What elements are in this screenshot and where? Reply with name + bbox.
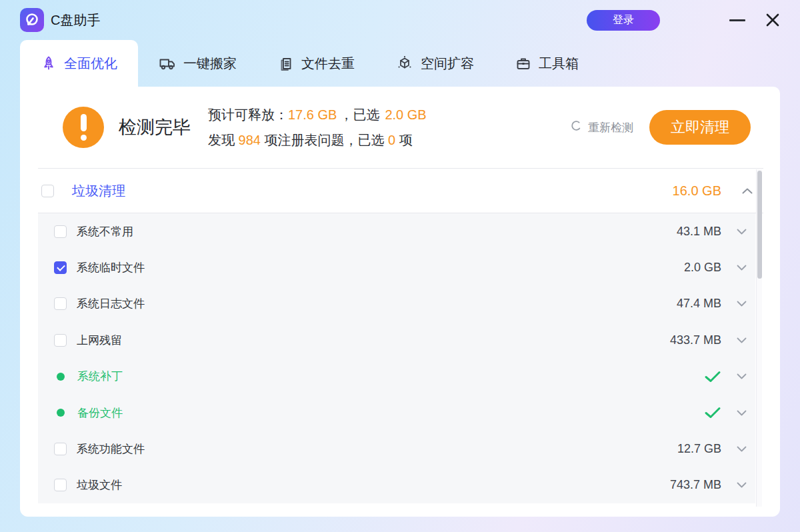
- list-item-system-patch: 系统补丁: [38, 359, 755, 395]
- green-dot-icon: [57, 373, 65, 381]
- scan-status-details: 预计可释放：17.6 GB，已选2.0 GB 发现 984 项注册表问题，已选 …: [208, 102, 427, 153]
- truck-icon: [159, 55, 176, 71]
- chevron-down-icon[interactable]: [737, 446, 747, 452]
- clean-now-button[interactable]: 立即清理: [649, 110, 751, 145]
- registry-selected-count: 0: [388, 133, 395, 147]
- row-size: 433.7 MB: [670, 333, 721, 347]
- login-button[interactable]: 登录: [587, 10, 660, 31]
- chevron-down-icon[interactable]: [737, 337, 747, 343]
- list-item-system-unused: 系统不常用 43.1 MB: [38, 213, 755, 249]
- row-checkbox-checked[interactable]: [54, 261, 67, 274]
- tab-one-key-move[interactable]: 一键搬家: [138, 40, 257, 87]
- row-size: 43.1 MB: [677, 225, 721, 239]
- group-row-junk-clean: 垃圾清理 16.0 GB: [20, 169, 780, 213]
- success-check-icon: [704, 407, 721, 419]
- row-checkbox[interactable]: [54, 334, 67, 347]
- close-icon[interactable]: [765, 13, 780, 27]
- minimize-icon[interactable]: [729, 19, 745, 21]
- tab-label: 空间扩容: [421, 55, 474, 73]
- row-checkbox[interactable]: [54, 443, 67, 455]
- tab-label: 一键搬家: [183, 55, 237, 73]
- chevron-down-icon[interactable]: [737, 482, 747, 488]
- green-dot-icon: [57, 409, 65, 417]
- list-item-web-residue: 上网残留 433.7 MB: [38, 322, 755, 358]
- refresh-icon: [571, 120, 582, 135]
- tabbar: 全面优化 一键搬家 文件去重: [0, 40, 800, 87]
- titlebar: C盘助手 登录: [0, 0, 800, 40]
- row-size: 47.4 MB: [677, 297, 721, 311]
- tab-toolbox[interactable]: 工具箱: [495, 40, 599, 87]
- row-checkbox[interactable]: [54, 225, 67, 238]
- tab-space-expand[interactable]: 空间扩容: [375, 40, 495, 87]
- junk-item-list: 系统不常用 43.1 MB 系统临时文件 2.0 GB 系统日志文件 47.4 …: [38, 213, 755, 503]
- toolbox-icon: [515, 55, 531, 71]
- scrollbar-track[interactable]: [756, 169, 762, 507]
- tab-label: 全面优化: [64, 55, 117, 73]
- list-item-junk-files: 垃圾文件 743.7 MB: [38, 467, 755, 503]
- tab-file-dedupe[interactable]: 文件去重: [257, 40, 375, 87]
- expand-cube-icon: [396, 55, 413, 72]
- dedupe-doc-icon: [278, 55, 294, 71]
- list-item-system-function: 系统功能文件 12.7 GB: [38, 431, 755, 467]
- tab-label: 文件去重: [301, 55, 355, 73]
- row-size: 2.0 GB: [684, 261, 721, 275]
- list-item-system-temp: 系统临时文件 2.0 GB: [38, 249, 755, 285]
- group-label[interactable]: 垃圾清理: [72, 182, 125, 200]
- scrollbar-thumb[interactable]: [757, 171, 762, 279]
- rocket-icon: [41, 55, 57, 71]
- chevron-down-icon[interactable]: [737, 301, 747, 307]
- tab-label: 工具箱: [539, 55, 579, 73]
- row-checkbox[interactable]: [54, 297, 67, 310]
- row-size: 12.7 GB: [677, 442, 721, 456]
- registry-issue-count: 984: [239, 133, 261, 147]
- registry-line: 发现 984 项注册表问题，已选 0 项: [208, 127, 427, 153]
- scan-status-title: 检测完毕: [119, 115, 191, 139]
- row-size: 743.7 MB: [670, 478, 721, 492]
- selected-size: 2.0 GB: [385, 107, 426, 122]
- list-item-system-log: 系统日志文件 47.4 MB: [38, 286, 755, 322]
- success-check-icon: [704, 371, 721, 383]
- group-checkbox[interactable]: [41, 185, 54, 197]
- tab-full-optimize[interactable]: 全面优化: [20, 40, 138, 87]
- releasable-size: 17.6 GB: [288, 107, 337, 122]
- main-panel: 检测完毕 预计可释放：17.6 GB，已选2.0 GB 发现 984 项注册表问…: [20, 87, 780, 517]
- window-controls: [692, 13, 780, 27]
- app-title: C盘助手: [51, 11, 100, 29]
- scan-summary: 检测完毕 预计可释放：17.6 GB，已选2.0 GB 发现 984 项注册表问…: [20, 87, 780, 168]
- menu-icon[interactable]: [692, 14, 709, 27]
- recheck-button[interactable]: 重新检测: [571, 120, 633, 135]
- group-size: 16.0 GB: [673, 183, 721, 199]
- list-item-backup-files: 备份文件: [38, 395, 755, 431]
- app-logo-icon: [20, 8, 44, 32]
- row-checkbox[interactable]: [54, 479, 67, 491]
- chevron-down-icon[interactable]: [737, 265, 747, 271]
- chevron-down-icon[interactable]: [737, 373, 747, 379]
- alert-icon: [63, 107, 104, 148]
- chevron-up-icon[interactable]: [742, 188, 753, 194]
- chevron-down-icon[interactable]: [737, 229, 747, 235]
- chevron-down-icon[interactable]: [737, 410, 747, 416]
- releasable-line: 预计可释放：17.6 GB，已选2.0 GB: [208, 102, 427, 127]
- recheck-label: 重新检测: [588, 120, 633, 135]
